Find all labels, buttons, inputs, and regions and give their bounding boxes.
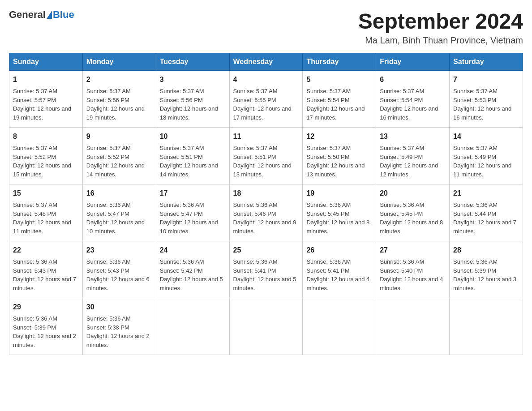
day-number: 25 (233, 245, 299, 256)
calendar-cell: 16Sunrise: 5:36 AMSunset: 5:47 PMDayligh… (82, 184, 156, 241)
day-number: 12 (306, 131, 372, 142)
day-number: 20 (380, 188, 446, 199)
day-number: 8 (13, 131, 79, 142)
day-number: 29 (13, 302, 79, 313)
day-header-sunday: Sunday (9, 53, 83, 71)
day-header-friday: Friday (376, 53, 450, 71)
day-number: 27 (380, 245, 446, 256)
calendar-cell: 21Sunrise: 5:36 AMSunset: 5:44 PMDayligh… (450, 184, 523, 241)
day-header-thursday: Thursday (303, 53, 376, 71)
calendar-cell: 10Sunrise: 5:37 AMSunset: 5:51 PMDayligh… (156, 128, 229, 184)
day-info: Sunrise: 5:37 AMSunset: 5:48 PMDaylight:… (13, 201, 71, 235)
calendar-cell: 26Sunrise: 5:36 AMSunset: 5:41 PMDayligh… (303, 241, 376, 298)
day-number: 22 (13, 245, 79, 256)
day-number: 9 (86, 131, 152, 142)
calendar-cell: 13Sunrise: 5:37 AMSunset: 5:49 PMDayligh… (376, 128, 450, 184)
day-number: 3 (160, 74, 226, 85)
calendar-week-row: 1Sunrise: 5:37 AMSunset: 5:57 PMDaylight… (9, 71, 523, 128)
calendar-cell: 9Sunrise: 5:37 AMSunset: 5:52 PMDaylight… (82, 128, 156, 184)
calendar-cell: 29Sunrise: 5:36 AMSunset: 5:39 PMDayligh… (9, 298, 83, 355)
day-info: Sunrise: 5:36 AMSunset: 5:43 PMDaylight:… (86, 258, 150, 291)
day-info: Sunrise: 5:36 AMSunset: 5:47 PMDaylight:… (86, 201, 145, 235)
day-info: Sunrise: 5:37 AMSunset: 5:54 PMDaylight:… (306, 88, 365, 121)
calendar-week-row: 15Sunrise: 5:37 AMSunset: 5:48 PMDayligh… (9, 184, 523, 241)
calendar-cell: 27Sunrise: 5:36 AMSunset: 5:40 PMDayligh… (376, 241, 450, 298)
calendar-week-row: 29Sunrise: 5:36 AMSunset: 5:39 PMDayligh… (9, 298, 523, 355)
calendar-week-row: 8Sunrise: 5:37 AMSunset: 5:52 PMDaylight… (9, 128, 523, 184)
calendar-cell: 17Sunrise: 5:36 AMSunset: 5:47 PMDayligh… (156, 184, 229, 241)
calendar-cell: 3Sunrise: 5:37 AMSunset: 5:56 PMDaylight… (156, 71, 229, 128)
day-info: Sunrise: 5:36 AMSunset: 5:38 PMDaylight:… (86, 315, 150, 348)
day-info: Sunrise: 5:36 AMSunset: 5:45 PMDaylight:… (380, 201, 443, 235)
day-header-saturday: Saturday (450, 53, 523, 71)
calendar-cell: 15Sunrise: 5:37 AMSunset: 5:48 PMDayligh… (9, 184, 83, 241)
page-subtitle: Ma Lam, Binh Thuan Province, Vietnam (358, 35, 523, 46)
calendar-cell: 14Sunrise: 5:37 AMSunset: 5:49 PMDayligh… (450, 128, 523, 184)
day-info: Sunrise: 5:37 AMSunset: 5:49 PMDaylight:… (453, 145, 511, 178)
day-number: 6 (380, 74, 446, 85)
calendar-header-row: SundayMondayTuesdayWednesdayThursdayFrid… (9, 53, 523, 71)
page-header: General Blue September 2024 Ma Lam, Binh… (9, 9, 523, 46)
calendar-cell: 11Sunrise: 5:37 AMSunset: 5:51 PMDayligh… (229, 128, 303, 184)
day-number: 24 (160, 245, 226, 256)
day-info: Sunrise: 5:36 AMSunset: 5:42 PMDaylight:… (160, 258, 223, 291)
day-info: Sunrise: 5:36 AMSunset: 5:45 PMDaylight:… (306, 201, 369, 235)
day-info: Sunrise: 5:37 AMSunset: 5:53 PMDaylight:… (453, 88, 511, 121)
calendar-cell: 12Sunrise: 5:37 AMSunset: 5:50 PMDayligh… (303, 128, 376, 184)
calendar-cell: 2Sunrise: 5:37 AMSunset: 5:56 PMDaylight… (82, 71, 156, 128)
calendar-cell: 20Sunrise: 5:36 AMSunset: 5:45 PMDayligh… (376, 184, 450, 241)
day-number: 5 (306, 74, 372, 85)
calendar-cell (376, 298, 450, 355)
calendar-cell: 18Sunrise: 5:36 AMSunset: 5:46 PMDayligh… (229, 184, 303, 241)
day-info: Sunrise: 5:37 AMSunset: 5:56 PMDaylight:… (86, 88, 145, 121)
day-info: Sunrise: 5:36 AMSunset: 5:41 PMDaylight:… (233, 258, 296, 291)
calendar-cell: 7Sunrise: 5:37 AMSunset: 5:53 PMDaylight… (450, 71, 523, 128)
calendar-cell: 23Sunrise: 5:36 AMSunset: 5:43 PMDayligh… (82, 241, 156, 298)
logo-icon (47, 11, 52, 19)
day-header-monday: Monday (82, 53, 156, 71)
calendar-cell: 30Sunrise: 5:36 AMSunset: 5:38 PMDayligh… (82, 298, 156, 355)
day-info: Sunrise: 5:37 AMSunset: 5:50 PMDaylight:… (306, 145, 365, 178)
day-number: 14 (453, 131, 519, 142)
day-info: Sunrise: 5:37 AMSunset: 5:49 PMDaylight:… (380, 145, 438, 178)
calendar-week-row: 22Sunrise: 5:36 AMSunset: 5:43 PMDayligh… (9, 241, 523, 298)
day-info: Sunrise: 5:36 AMSunset: 5:39 PMDaylight:… (13, 315, 76, 348)
day-header-wednesday: Wednesday (229, 53, 303, 71)
calendar-cell: 8Sunrise: 5:37 AMSunset: 5:52 PMDaylight… (9, 128, 83, 184)
day-number: 19 (306, 188, 372, 199)
calendar-cell: 19Sunrise: 5:36 AMSunset: 5:45 PMDayligh… (303, 184, 376, 241)
calendar-cell: 4Sunrise: 5:37 AMSunset: 5:55 PMDaylight… (229, 71, 303, 128)
day-number: 26 (306, 245, 372, 256)
day-info: Sunrise: 5:36 AMSunset: 5:40 PMDaylight:… (380, 258, 443, 291)
day-number: 30 (86, 302, 152, 313)
day-number: 15 (13, 188, 79, 199)
day-number: 17 (160, 188, 226, 199)
day-info: Sunrise: 5:36 AMSunset: 5:41 PMDaylight:… (306, 258, 369, 291)
day-number: 1 (13, 74, 79, 85)
day-info: Sunrise: 5:37 AMSunset: 5:54 PMDaylight:… (380, 88, 438, 121)
calendar-cell (303, 298, 376, 355)
day-number: 16 (86, 188, 152, 199)
logo-general-text: General (9, 9, 46, 21)
day-info: Sunrise: 5:37 AMSunset: 5:57 PMDaylight:… (13, 88, 71, 121)
day-number: 10 (160, 131, 226, 142)
page-title: September 2024 (358, 9, 523, 34)
day-header-tuesday: Tuesday (156, 53, 229, 71)
day-info: Sunrise: 5:37 AMSunset: 5:51 PMDaylight:… (160, 145, 218, 178)
day-number: 7 (453, 74, 519, 85)
calendar-cell: 5Sunrise: 5:37 AMSunset: 5:54 PMDaylight… (303, 71, 376, 128)
day-info: Sunrise: 5:36 AMSunset: 5:44 PMDaylight:… (453, 201, 516, 235)
day-number: 21 (453, 188, 519, 199)
day-info: Sunrise: 5:37 AMSunset: 5:52 PMDaylight:… (13, 145, 71, 178)
calendar-cell: 28Sunrise: 5:36 AMSunset: 5:39 PMDayligh… (450, 241, 523, 298)
day-number: 18 (233, 188, 299, 199)
day-info: Sunrise: 5:36 AMSunset: 5:46 PMDaylight:… (233, 201, 296, 235)
calendar-cell (156, 298, 229, 355)
calendar-table: SundayMondayTuesdayWednesdayThursdayFrid… (9, 53, 523, 355)
day-info: Sunrise: 5:37 AMSunset: 5:52 PMDaylight:… (86, 145, 145, 178)
calendar-cell: 25Sunrise: 5:36 AMSunset: 5:41 PMDayligh… (229, 241, 303, 298)
calendar-cell: 22Sunrise: 5:36 AMSunset: 5:43 PMDayligh… (9, 241, 83, 298)
title-block: September 2024 Ma Lam, Binh Thuan Provin… (358, 9, 523, 46)
calendar-cell: 24Sunrise: 5:36 AMSunset: 5:42 PMDayligh… (156, 241, 229, 298)
day-number: 2 (86, 74, 152, 85)
